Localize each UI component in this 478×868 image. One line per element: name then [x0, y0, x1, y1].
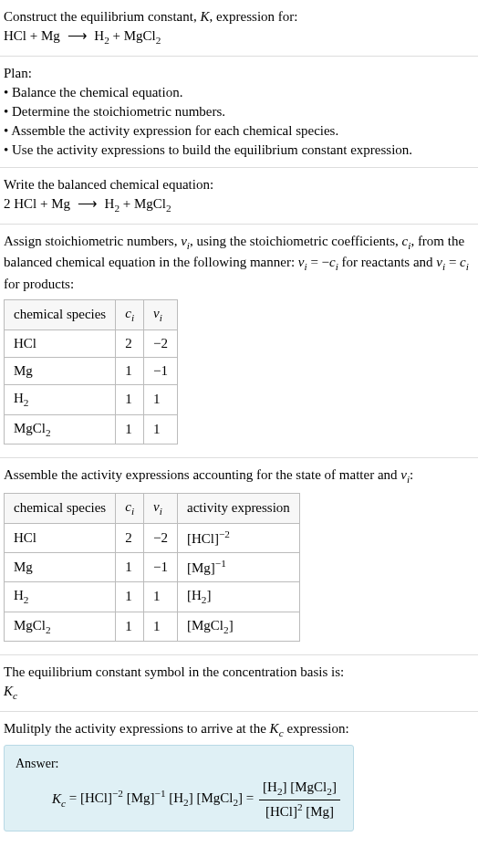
cell-species: MgCl2 [5, 612, 116, 642]
cell-species: HCl [5, 523, 116, 552]
cell-nui: −1 [144, 552, 178, 581]
prompt-line1: Construct the equilibrium constant, K, e… [4, 7, 474, 26]
plan-heading: Plan: [4, 64, 474, 83]
cell-ci: 2 [116, 523, 144, 552]
col-species: chemical species [5, 494, 116, 524]
cell-activity: [Mg]−1 [177, 552, 299, 581]
cell-nui: 1 [144, 384, 178, 414]
assign-section: Assign stoichiometric numbers, νi, using… [0, 224, 478, 458]
kc-symbol-section: The equilibrium constant symbol in the c… [0, 654, 478, 711]
answer-box: Answer: Kc = [HCl]−2 [Mg]−1 [H2] [MgCl2]… [4, 745, 354, 831]
answer-label: Answer: [16, 755, 342, 773]
cell-activity: [H2] [177, 581, 299, 612]
table-header-row: chemical species ci νi [5, 300, 178, 330]
cell-ci: 1 [116, 357, 144, 384]
answer-equation: Kc = [HCl]−2 [Mg]−1 [H2] [MgCl2] = [H2] … [16, 778, 342, 821]
cell-nui: −2 [144, 523, 178, 552]
cell-nui: 1 [144, 414, 178, 444]
cell-species: Mg [5, 357, 116, 384]
cell-species: MgCl2 [5, 414, 116, 444]
prompt-equation: HCl + Mg ⟶ H2 + MgCl2 [4, 26, 474, 48]
cell-species: Mg [5, 552, 116, 581]
cell-ci: 1 [116, 581, 144, 612]
col-species: chemical species [5, 300, 116, 330]
activity-section: Assemble the activity expressions accoun… [0, 457, 478, 654]
assign-text: Assign stoichiometric numbers, νi, using… [4, 232, 474, 295]
table-row: HCl 2 −2 [HCl]−2 [5, 523, 300, 552]
plan-section: Plan: • Balance the chemical equation. •… [0, 56, 478, 167]
table-row: Mg 1 −1 [Mg]−1 [5, 552, 300, 581]
table-row: Mg 1 −1 [5, 357, 178, 384]
table-row: H2 1 1 [5, 384, 178, 414]
kc-symbol: Kc [4, 682, 474, 704]
col-activity: activity expression [177, 494, 299, 524]
activity-table: chemical species ci νi activity expressi… [4, 493, 300, 642]
cell-nui: −2 [144, 329, 178, 357]
col-nui: νi [144, 494, 178, 524]
cell-activity: [MgCl2] [177, 612, 299, 642]
cell-nui: −1 [144, 357, 178, 384]
cell-nui: 1 [144, 612, 178, 642]
cell-ci: 1 [116, 384, 144, 414]
table-row: MgCl2 1 1 [MgCl2] [5, 612, 300, 642]
balanced-equation: 2 HCl + Mg ⟶ H2 + MgCl2 [4, 194, 474, 216]
col-ci: ci [116, 300, 144, 330]
cell-ci: 1 [116, 414, 144, 444]
cell-species: HCl [5, 329, 116, 357]
table-row: H2 1 1 [H2] [5, 581, 300, 612]
multiply-text: Mulitply the activity expressions to arr… [4, 719, 474, 741]
cell-activity: [HCl]−2 [177, 523, 299, 552]
prompt-section: Construct the equilibrium constant, K, e… [0, 0, 478, 56]
cell-nui: 1 [144, 581, 178, 612]
col-nui: νi [144, 300, 178, 330]
plan-item: • Determine the stoichiometric numbers. [4, 102, 474, 121]
plan-item: • Balance the chemical equation. [4, 83, 474, 102]
cell-ci: 2 [116, 329, 144, 357]
balanced-section: Write the balanced chemical equation: 2 … [0, 167, 478, 224]
plan-item: • Use the activity expressions to build … [4, 141, 474, 160]
stoich-table: chemical species ci νi HCl 2 −2 Mg 1 −1 … [4, 299, 178, 444]
activity-text: Assemble the activity expressions accoun… [4, 465, 474, 487]
kc-symbol-text: The equilibrium constant symbol in the c… [4, 663, 474, 682]
table-header-row: chemical species ci νi activity expressi… [5, 494, 300, 524]
balanced-heading: Write the balanced chemical equation: [4, 175, 474, 194]
cell-species: H2 [5, 581, 116, 612]
plan-item: • Assemble the activity expression for e… [4, 121, 474, 141]
cell-ci: 1 [116, 552, 144, 581]
cell-ci: 1 [116, 612, 144, 642]
answer-section: Mulitply the activity expressions to arr… [0, 711, 478, 839]
table-row: MgCl2 1 1 [5, 414, 178, 444]
table-row: HCl 2 −2 [5, 329, 178, 357]
col-ci: ci [116, 494, 144, 524]
cell-species: H2 [5, 384, 116, 414]
